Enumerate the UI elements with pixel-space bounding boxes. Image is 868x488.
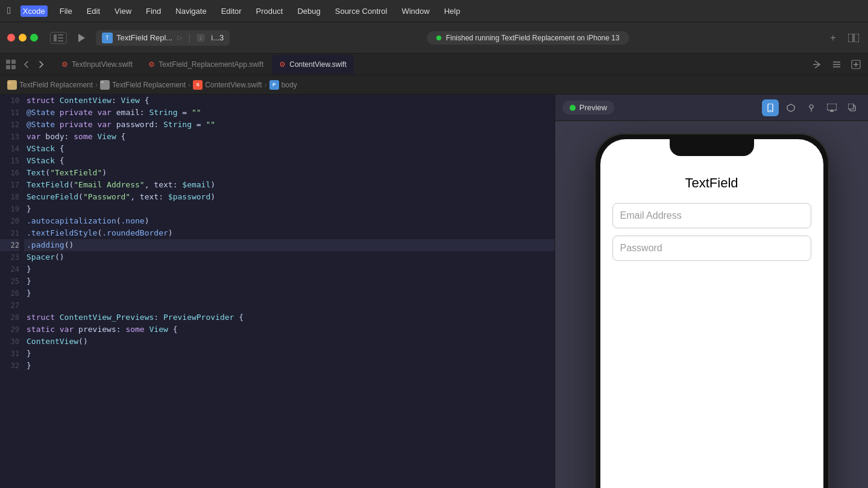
password-field[interactable]: Password — [612, 236, 811, 261]
code-line-20: .autocapitalization(.none) — [24, 215, 555, 227]
menu-product[interactable]: Product — [254, 5, 286, 17]
token-plain: = — [178, 108, 192, 117]
preview-pin-icon[interactable] — [803, 99, 820, 116]
code-line-11: @State private var email: String = "" — [24, 107, 555, 119]
breadcrumb-project-icon[interactable]: TextField Replacement — [7, 80, 93, 90]
token-kw-modifier: .roundedBorder — [102, 228, 168, 237]
preview-phone-icon[interactable] — [762, 99, 779, 116]
token-plain: { — [116, 132, 126, 141]
run-button[interactable] — [74, 31, 89, 45]
preview-desktop-icon[interactable] — [823, 99, 840, 116]
apple-logo-icon[interactable]:  — [7, 5, 11, 16]
token-kw-private: private — [60, 108, 93, 117]
token-kw-type: View — [97, 132, 116, 141]
breadcrumb-folder[interactable]: TextField Replacement — [100, 80, 186, 90]
add-tab-button[interactable]: + — [826, 31, 840, 45]
line-numbers: 1011121314151617181920212223242526272829… — [0, 95, 24, 488]
token-plain: { — [55, 156, 64, 165]
minimize-button[interactable] — [19, 34, 27, 42]
swap-layout-icon[interactable] — [810, 57, 825, 72]
menu-window[interactable]: Window — [399, 5, 432, 17]
token-kw-type: VStack — [27, 144, 55, 153]
token-kw-modifier: .none — [121, 216, 145, 225]
code-line-10: struct ContentView: View { — [24, 95, 555, 107]
svg-text:i: i — [200, 36, 203, 41]
preview-status-button[interactable]: Preview — [562, 101, 614, 114]
svg-rect-2 — [58, 37, 63, 39]
line-number-26: 26 — [0, 287, 19, 299]
menu-file[interactable]: File — [57, 5, 75, 17]
line-number-11: 11 — [0, 107, 19, 119]
tab-label-3: ContentView.swift — [289, 60, 347, 69]
menu-view[interactable]: View — [112, 5, 134, 17]
swift-file-icon-2: ⚙ — [148, 60, 155, 69]
token-plain: ( — [116, 216, 121, 225]
token-kw-keyword: var — [97, 108, 111, 117]
token-plain: () — [78, 337, 88, 346]
tab-replacementapp[interactable]: ⚙ TextField_ReplacementApp.swift — [141, 55, 271, 74]
svg-marker-4 — [78, 34, 85, 42]
close-button[interactable] — [7, 34, 15, 42]
preview-shield-icon[interactable] — [782, 99, 799, 116]
tab-textinputview[interactable]: ⚙ TextInputView.swift — [54, 55, 140, 74]
iphone-screen: TextField Email Address Password — [600, 139, 823, 488]
code-line-23: Spacer() — [24, 251, 555, 263]
token-plain: ) — [210, 192, 215, 201]
token-kw-type: PreviewProvider — [163, 313, 234, 322]
menu-help[interactable]: Help — [442, 5, 463, 17]
token-kw-modifier: .padding — [27, 240, 64, 249]
status-text: Finished running TextField Replacement o… — [446, 34, 620, 42]
token-kw-type: String — [163, 120, 192, 129]
menu-navigate[interactable]: Navigate — [173, 5, 209, 17]
token-plain: password: — [112, 120, 163, 129]
token-kw-type: VStack — [27, 156, 55, 165]
code-line-25: } — [24, 275, 555, 287]
menu-xcode[interactable]: Xcode — [20, 5, 48, 17]
code-editor[interactable]: 1011121314151617181920212223242526272829… — [0, 95, 555, 488]
token-kw-string: "" — [192, 108, 201, 117]
token-plain: } — [27, 349, 31, 358]
token-plain: ( — [78, 192, 83, 201]
token-kw-dollar: $email — [182, 180, 210, 189]
token-kw-string: "TextField" — [50, 168, 102, 177]
svg-point-28 — [810, 105, 813, 108]
breadcrumb-bar: TextField Replacement › TextField Replac… — [0, 75, 868, 95]
svg-rect-12 — [11, 60, 16, 64]
code-line-16: Text("TextField") — [24, 167, 555, 179]
forward-button[interactable] — [35, 58, 48, 71]
main-layout: 1011121314151617181920212223242526272829… — [0, 95, 868, 488]
token-plain: ( — [45, 168, 50, 177]
token-kw-property: @State — [27, 108, 55, 117]
email-address-field[interactable]: Email Address — [612, 203, 811, 228]
breadcrumb-file[interactable]: S ContentView.swift — [193, 80, 262, 90]
line-number-25: 25 — [0, 275, 19, 287]
breadcrumb-symbol[interactable]: P body — [269, 80, 297, 90]
sidebar-toggle-button[interactable] — [50, 32, 67, 44]
line-number-23: 23 — [0, 251, 19, 263]
svg-rect-0 — [54, 34, 57, 42]
line-number-14: 14 — [0, 143, 19, 155]
code-lines[interactable]: struct ContentView: View { @State privat… — [24, 95, 555, 488]
scheme-name: TextField Repl... — [116, 33, 172, 42]
preview-panel: Preview — [555, 95, 868, 488]
tab-contentview[interactable]: ⚙ ContentView.swift — [272, 55, 354, 74]
maximize-button[interactable] — [30, 34, 38, 42]
inspector-icon[interactable] — [829, 57, 844, 72]
title-bar: T TextField Repl... ▷ | i i...3 Finished… — [0, 22, 868, 54]
menu-edit[interactable]: Edit — [84, 5, 102, 17]
menu-find[interactable]: Find — [143, 5, 163, 17]
svg-rect-27 — [769, 110, 772, 111]
token-kw-keyword: some — [125, 325, 144, 334]
token-kw-type: ContentView — [27, 337, 78, 346]
back-button[interactable] — [19, 58, 33, 71]
status-dot-icon — [436, 36, 441, 40]
preview-duplicate-icon[interactable] — [844, 99, 861, 116]
scheme-selector[interactable]: T TextField Repl... ▷ | i i...3 — [96, 30, 230, 46]
add-editor-icon[interactable] — [849, 57, 863, 72]
menu-editor[interactable]: Editor — [219, 5, 244, 17]
menu-source-control[interactable]: Source Control — [333, 5, 390, 17]
menu-debug[interactable]: Debug — [295, 5, 322, 17]
grid-view-icon[interactable] — [5, 58, 17, 70]
split-view-button[interactable] — [846, 31, 861, 45]
code-line-26: } — [24, 287, 555, 299]
